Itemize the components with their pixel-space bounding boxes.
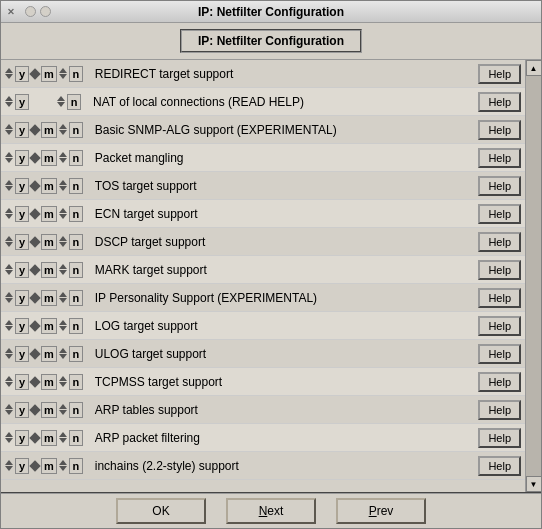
arrow-down2-icon[interactable]	[59, 242, 67, 247]
help-button-12[interactable]: Help	[478, 400, 521, 420]
arrow-down-icon[interactable]	[5, 410, 13, 415]
n-button-9[interactable]: n	[69, 318, 83, 334]
arrow-down2-icon[interactable]	[59, 410, 67, 415]
y-button-0[interactable]: y	[15, 66, 29, 82]
m-button-14[interactable]: m	[41, 458, 57, 474]
m-button-11[interactable]: m	[41, 374, 57, 390]
arrow-pair2-7[interactable]	[59, 264, 67, 275]
help-button-8[interactable]: Help	[478, 288, 521, 308]
arrow-up-icon[interactable]	[5, 68, 13, 73]
y-button-13[interactable]: y	[15, 430, 29, 446]
arrow-up2-icon[interactable]	[57, 96, 65, 101]
y-button-5[interactable]: y	[15, 206, 29, 222]
help-button-2[interactable]: Help	[478, 120, 521, 140]
n-button-4[interactable]: n	[69, 178, 83, 194]
arrow-pair-13[interactable]	[5, 432, 13, 443]
m-button-6[interactable]: m	[41, 234, 57, 250]
arrow-down2-icon[interactable]	[59, 130, 67, 135]
arrow-up2-icon[interactable]	[59, 124, 67, 129]
arrow-up-icon[interactable]	[5, 152, 13, 157]
n-button-5[interactable]: n	[69, 206, 83, 222]
y-button-12[interactable]: y	[15, 402, 29, 418]
n-button-8[interactable]: n	[69, 290, 83, 306]
y-button-4[interactable]: y	[15, 178, 29, 194]
y-button-14[interactable]: y	[15, 458, 29, 474]
y-button-7[interactable]: y	[15, 262, 29, 278]
arrow-up-icon[interactable]	[5, 460, 13, 465]
arrow-down2-icon[interactable]	[59, 354, 67, 359]
n-button-13[interactable]: n	[69, 430, 83, 446]
help-button-9[interactable]: Help	[478, 316, 521, 336]
arrow-up-icon[interactable]	[5, 292, 13, 297]
m-button-4[interactable]: m	[41, 178, 57, 194]
arrow-down2-icon[interactable]	[59, 438, 67, 443]
arrow-up2-icon[interactable]	[59, 292, 67, 297]
arrow-pair-3[interactable]	[5, 152, 13, 163]
arrow-up-icon[interactable]	[5, 404, 13, 409]
arrow-down-icon[interactable]	[5, 354, 13, 359]
arrow-pair2-13[interactable]	[59, 432, 67, 443]
m-button-7[interactable]: m	[41, 262, 57, 278]
ok-button[interactable]: OK	[116, 498, 206, 524]
n-button-14[interactable]: n	[69, 458, 83, 474]
arrow-up-icon[interactable]	[5, 348, 13, 353]
y-button-1[interactable]: y	[15, 94, 29, 110]
arrow-down2-icon[interactable]	[59, 298, 67, 303]
arrow-down-icon[interactable]	[5, 438, 13, 443]
m-button-10[interactable]: m	[41, 346, 57, 362]
arrow-up2-icon[interactable]	[59, 404, 67, 409]
arrow-down2-icon[interactable]	[59, 158, 67, 163]
m-button-8[interactable]: m	[41, 290, 57, 306]
m-button-5[interactable]: m	[41, 206, 57, 222]
arrow-pair2-14[interactable]	[59, 460, 67, 471]
arrow-down-icon[interactable]	[5, 102, 13, 107]
help-button-5[interactable]: Help	[478, 204, 521, 224]
next-button[interactable]: Next	[226, 498, 316, 524]
arrow-up2-icon[interactable]	[59, 236, 67, 241]
arrow-down-icon[interactable]	[5, 130, 13, 135]
help-button-1[interactable]: Help	[478, 92, 521, 112]
n-button-11[interactable]: n	[69, 374, 83, 390]
m-button-12[interactable]: m	[41, 402, 57, 418]
arrow-up2-icon[interactable]	[59, 208, 67, 213]
y-button-8[interactable]: y	[15, 290, 29, 306]
n-button-12[interactable]: n	[69, 402, 83, 418]
y-button-11[interactable]: y	[15, 374, 29, 390]
arrow-up2-icon[interactable]	[59, 348, 67, 353]
scrollbar[interactable]: ▲ ▼	[525, 60, 541, 492]
arrow-up2-icon[interactable]	[59, 376, 67, 381]
arrow-up-icon[interactable]	[5, 180, 13, 185]
prev-button[interactable]: Prev	[336, 498, 426, 524]
arrow-pair2-5[interactable]	[59, 208, 67, 219]
arrow-down2-icon[interactable]	[59, 270, 67, 275]
arrow-pair-11[interactable]	[5, 376, 13, 387]
arrow-pair2-8[interactable]	[59, 292, 67, 303]
arrow-pair2-0[interactable]	[59, 68, 67, 79]
arrow-down-icon[interactable]	[5, 158, 13, 163]
arrow-down-icon[interactable]	[5, 466, 13, 471]
arrow-pair2-2[interactable]	[59, 124, 67, 135]
arrow-down-icon[interactable]	[5, 74, 13, 79]
arrow-down-icon[interactable]	[5, 326, 13, 331]
arrow-up-icon[interactable]	[5, 432, 13, 437]
arrow-pair2-12[interactable]	[59, 404, 67, 415]
arrow-down2-icon[interactable]	[57, 102, 65, 107]
y-button-6[interactable]: y	[15, 234, 29, 250]
arrow-up-icon[interactable]	[5, 264, 13, 269]
scroll-down-button[interactable]: ▼	[526, 476, 542, 492]
arrow-pair2-9[interactable]	[59, 320, 67, 331]
arrow-pair-8[interactable]	[5, 292, 13, 303]
m-button-9[interactable]: m	[41, 318, 57, 334]
n-button-3[interactable]: n	[69, 150, 83, 166]
arrow-pair-7[interactable]	[5, 264, 13, 275]
scroll-up-button[interactable]: ▲	[526, 60, 542, 76]
arrow-pair2-10[interactable]	[59, 348, 67, 359]
arrow-up-icon[interactable]	[5, 236, 13, 241]
arrow-up2-icon[interactable]	[59, 180, 67, 185]
arrow-down-icon[interactable]	[5, 382, 13, 387]
arrow-pair-1[interactable]	[5, 96, 13, 107]
y-button-9[interactable]: y	[15, 318, 29, 334]
arrow-down-icon[interactable]	[5, 186, 13, 191]
arrow-up-icon[interactable]	[5, 208, 13, 213]
arrow-pair-0[interactable]	[5, 68, 13, 79]
